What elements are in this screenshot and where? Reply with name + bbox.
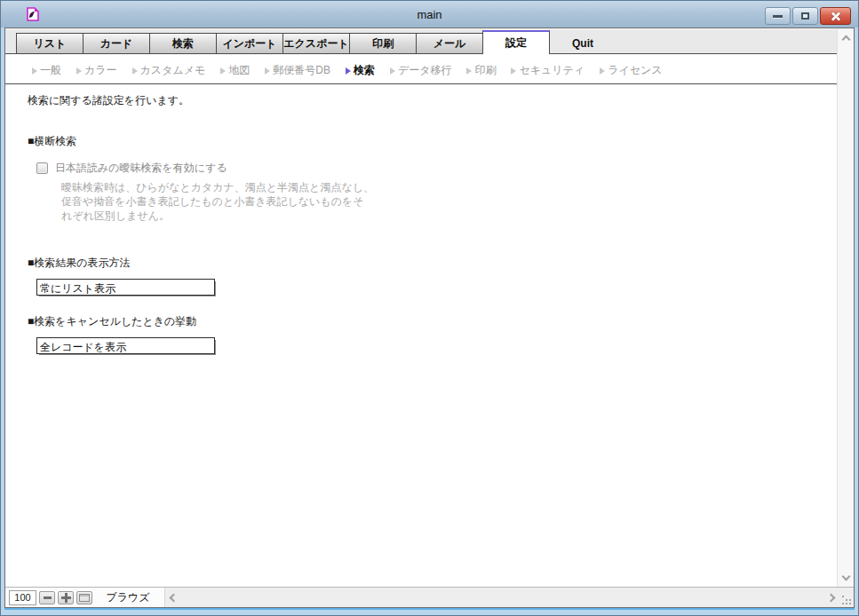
subnav-data-migration[interactable]: データ移行	[390, 63, 452, 78]
subnav-color[interactable]: カラー	[76, 63, 117, 78]
subnav-security[interactable]: セキュリティ	[511, 63, 585, 78]
tab-import[interactable]: インポート	[216, 33, 283, 53]
grip-dots-icon	[842, 596, 851, 604]
triangle-right-icon	[390, 67, 395, 75]
close-button[interactable]	[820, 7, 851, 25]
triangle-right-icon	[600, 67, 605, 75]
subnav-label: 検索	[354, 63, 375, 78]
window-controls	[765, 7, 851, 25]
zoom-in-button[interactable]	[58, 591, 74, 604]
zoom-level-field[interactable]: 100	[9, 590, 36, 605]
restore-button[interactable]	[792, 7, 818, 25]
subnav-postal-db[interactable]: 郵便番号DB	[265, 63, 330, 78]
subnav-label: 地図	[228, 63, 250, 78]
close-icon	[831, 12, 841, 20]
result-display-field[interactable]: 常にリスト表示	[36, 279, 215, 296]
subnav-label: セキュリティ	[519, 63, 585, 78]
minimize-icon	[773, 15, 783, 18]
scroll-down-icon[interactable]	[841, 573, 850, 581]
tab-list[interactable]: リスト	[16, 33, 84, 53]
subnav-label: 一般	[40, 63, 61, 78]
app-window: main リスト カード 検索 インポート エクスポート 印刷 メール 設定	[0, 0, 859, 616]
status-bar: 100 ブラウズ	[5, 587, 854, 607]
section-intro-text: 検索に関する諸設定を行います。	[28, 93, 837, 108]
window-title: main	[1, 8, 858, 21]
triangle-right-icon	[346, 67, 351, 75]
subnav-search-active[interactable]: 検索	[346, 63, 375, 78]
fuzzy-search-checkbox-row: 日本語読みの曖昧検索を有効にする	[36, 161, 837, 176]
plus-icon	[61, 593, 71, 603]
minus-icon	[44, 596, 52, 599]
client-frame: リスト カード 検索 インポート エクスポート 印刷 メール 設定 Quit 一…	[4, 28, 855, 608]
toolbar-toggle-button[interactable]	[76, 591, 92, 604]
fuzzy-search-checkbox-label: 日本語読みの曖昧検索を有効にする	[55, 161, 227, 176]
settings-subnav: 一般 カラー カスタムメモ 地図 郵便番号DB 検索 データ移行 印刷 セキュリ…	[5, 54, 837, 83]
subnav-label: カラー	[84, 63, 117, 78]
tab-bar: リスト カード 検索 インポート エクスポート 印刷 メール 設定 Quit	[5, 28, 837, 54]
status-controls: 100 ブラウズ	[5, 588, 165, 607]
subnav-label: ライセンス	[608, 63, 662, 78]
settings-content: 一般 カラー カスタムメモ 地図 郵便番号DB 検索 データ移行 印刷 セキュリ…	[5, 54, 837, 587]
triangle-right-icon	[220, 67, 226, 75]
tab-mail[interactable]: メール	[416, 33, 483, 53]
tab-export[interactable]: エクスポート	[282, 33, 350, 53]
scroll-left-icon[interactable]	[170, 593, 179, 602]
subnav-license[interactable]: ライセンス	[600, 63, 662, 78]
tab-card[interactable]: カード	[83, 33, 150, 53]
layout-icon	[79, 594, 90, 602]
cancel-behavior-field[interactable]: 全レコードを表示	[36, 337, 215, 354]
fuzzy-search-description: 曖昧検索時は、ひらがなとカタカナ、濁点と半濁点と濁点なし、 促音や拗音を小書き表…	[61, 180, 837, 223]
title-bar[interactable]: main	[1, 1, 858, 28]
subnav-label: 印刷	[474, 63, 496, 78]
app-icon	[26, 7, 40, 21]
cancel-behavior-heading: ■検索をキャンセルしたときの挙動	[28, 314, 837, 329]
subnav-map[interactable]: 地図	[220, 63, 250, 78]
subnav-label: データ移行	[398, 63, 452, 78]
scroll-right-icon[interactable]	[827, 593, 836, 602]
subnav-print[interactable]: 印刷	[466, 63, 496, 78]
tab-quit[interactable]: Quit	[549, 33, 616, 53]
subnav-general[interactable]: 一般	[32, 63, 61, 78]
triangle-right-icon	[511, 67, 516, 75]
cross-search-heading: ■横断検索	[28, 134, 837, 149]
scroll-up-icon[interactable]	[841, 36, 850, 44]
triangle-right-icon	[132, 67, 138, 75]
subnav-label: 郵便番号DB	[273, 63, 330, 78]
subnav-custom-memo[interactable]: カスタムメモ	[132, 63, 206, 78]
mode-selector[interactable]: ブラウズ	[95, 588, 161, 607]
result-display-heading: ■検索結果の表示方法	[28, 256, 837, 271]
horizontal-scrollbar[interactable]	[165, 588, 839, 607]
tab-settings[interactable]: 設定	[482, 30, 550, 54]
triangle-right-icon	[265, 67, 270, 75]
tab-print[interactable]: 印刷	[349, 33, 417, 53]
vertical-scrollbar[interactable]	[837, 28, 854, 587]
zoom-out-button[interactable]	[39, 591, 55, 604]
resize-grip[interactable]	[839, 588, 854, 607]
triangle-right-icon	[466, 67, 472, 75]
triangle-right-icon	[76, 67, 82, 75]
triangle-right-icon	[32, 67, 37, 75]
minimize-button[interactable]	[765, 7, 791, 25]
restore-icon	[801, 12, 809, 20]
subnav-label: カスタムメモ	[140, 63, 206, 78]
tab-search[interactable]: 検索	[149, 33, 217, 53]
fuzzy-search-checkbox[interactable]	[36, 162, 48, 174]
